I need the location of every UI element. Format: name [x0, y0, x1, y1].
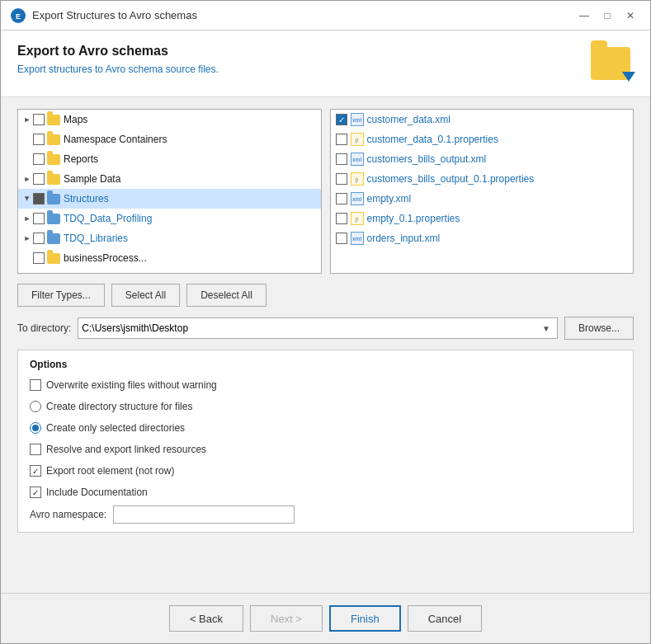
label-includedoc: Include Documentation: [46, 487, 148, 498]
folder-icon-businessprocess: [47, 253, 60, 264]
file-item-empty-xml[interactable]: xml empty.xml: [331, 189, 634, 209]
directory-dropdown-arrow[interactable]: ▼: [539, 324, 554, 333]
folder-large-icon: [591, 47, 630, 80]
finish-button[interactable]: Finish: [329, 605, 401, 632]
label-createdirstructure: Create directory structure for files: [46, 401, 192, 412]
file-label-customer-data-props: customer_data_0.1.properties: [367, 134, 498, 145]
title-bar: E Export Structures to Avro schemas — □ …: [1, 1, 650, 31]
checkbox-sampledata[interactable]: [33, 173, 45, 185]
checkbox-namespace[interactable]: [33, 134, 45, 145]
expand-arrow-tdqlibraries: ►: [21, 233, 33, 244]
tree-item-businessprocess[interactable]: businessProcess...: [18, 248, 321, 268]
file-checkbox-orders-xml[interactable]: [336, 233, 347, 244]
tree-item-tdqlibraries[interactable]: ► TDQ_Libraries: [18, 228, 321, 248]
file-checkbox-customers-bills-xml[interactable]: [336, 153, 347, 165]
file-icon-customer-data-props: p: [351, 133, 364, 146]
tree-item-structures[interactable]: ► Structures: [18, 189, 321, 209]
expand-arrow-maps: ►: [21, 114, 33, 125]
browse-button[interactable]: Browse...: [564, 317, 634, 340]
option-includedoc: Include Documentation: [30, 484, 621, 501]
checkbox-includedoc[interactable]: [30, 487, 41, 498]
deselect-all-button[interactable]: Deselect All: [186, 284, 267, 307]
file-checkbox-customer-data-props[interactable]: [336, 134, 347, 145]
expand-arrow-tdqprofiling: ►: [21, 213, 33, 224]
header-title: Export to Avro schemas: [17, 44, 219, 59]
checkbox-tdqlibraries[interactable]: [33, 233, 45, 244]
header-text: Export to Avro schemas Export structures…: [17, 44, 219, 75]
label-tdqprofiling: TDQ_Data_Profiling: [64, 213, 152, 224]
header-section: Export to Avro schemas Export structures…: [1, 31, 650, 97]
directory-input-wrap: ▼: [78, 317, 558, 339]
directory-row: To directory: ▼ Browse...: [17, 317, 634, 340]
checkbox-overwrite[interactable]: [30, 379, 41, 391]
left-tree-panel[interactable]: ► Maps Namespace Containers: [17, 109, 322, 274]
expand-arrow-sampledata: ►: [21, 173, 33, 185]
radio-createdirstructure[interactable]: [30, 401, 41, 412]
label-createselected: Create only selected directories: [46, 422, 185, 434]
file-icon-empty-props: p: [351, 212, 364, 225]
file-checkbox-empty-xml[interactable]: [336, 193, 347, 204]
radio-createselected[interactable]: [30, 422, 41, 434]
namespace-label: Avro namespace:: [30, 509, 106, 520]
app-icon: E: [11, 8, 26, 23]
namespace-input[interactable]: [113, 505, 295, 524]
label-tdqlibraries: TDQ_Libraries: [64, 233, 128, 244]
file-checkbox-customer-data-xml[interactable]: [336, 114, 347, 125]
title-text: Export Structures to Avro schemas: [32, 9, 197, 21]
folder-icon-tdqlibraries: [47, 233, 60, 244]
file-icon-customers-bills-xml: xml: [351, 153, 364, 166]
checkbox-tdqprofiling[interactable]: [33, 213, 45, 224]
tree-item-maps[interactable]: ► Maps: [18, 110, 321, 129]
option-resolvelinked: Resolve and export linked resources: [30, 441, 621, 458]
file-checkbox-empty-props[interactable]: [336, 213, 347, 224]
option-overwrite: Overwrite existing files without warning: [30, 377, 621, 393]
tree-item-reports[interactable]: Reports: [18, 149, 321, 169]
folder-arrow-icon: [622, 72, 635, 82]
file-icon-customer-data-xml: xml: [351, 113, 364, 126]
label-exportroot: Export root element (not row): [46, 465, 174, 477]
file-item-customers-bills-props[interactable]: p customers_bills_output_0.1.properties: [331, 169, 634, 189]
namespace-row: Avro namespace:: [30, 505, 621, 524]
checkbox-exportroot[interactable]: [30, 465, 41, 477]
folder-icon-tdqprofiling: [47, 214, 60, 224]
next-button[interactable]: Next >: [250, 605, 323, 632]
file-checkbox-customers-bills-props[interactable]: [336, 173, 347, 185]
checkbox-maps[interactable]: [33, 114, 45, 125]
file-label-customers-bills-xml: customers_bills_output.xml: [367, 153, 487, 165]
label-businessprocess: businessProcess...: [64, 252, 147, 264]
file-item-customer-data-props[interactable]: p customer_data_0.1.properties: [331, 129, 634, 149]
title-controls: — □ ✕: [574, 6, 640, 26]
checkbox-resolvelinked[interactable]: [30, 444, 41, 455]
option-exportroot: Export root element (not row): [30, 463, 621, 479]
header-subtitle: Export structures to Avro schema source …: [17, 63, 219, 75]
tree-item-sampledata[interactable]: ► Sample Data: [18, 169, 321, 189]
checkbox-reports[interactable]: [33, 153, 45, 165]
file-label-empty-xml: empty.xml: [367, 193, 412, 204]
close-button[interactable]: ✕: [620, 6, 640, 26]
tree-item-tdqprofiling[interactable]: ► TDQ_Data_Profiling: [18, 209, 321, 228]
checkbox-structures[interactable]: [33, 193, 45, 204]
filter-types-button[interactable]: Filter Types...: [17, 284, 105, 307]
options-title: Options: [30, 359, 621, 370]
maximize-button[interactable]: □: [597, 6, 617, 26]
main-content: ► Maps Namespace Containers: [1, 97, 650, 593]
header-icon: [591, 44, 634, 87]
folder-icon-structures: [47, 194, 60, 204]
file-label-empty-props: empty_0.1.properties: [367, 213, 460, 224]
file-item-customers-bills-xml[interactable]: xml customers_bills_output.xml: [331, 149, 634, 169]
back-button[interactable]: < Back: [169, 605, 243, 632]
folder-icon-namespace: [47, 134, 60, 145]
file-item-orders-xml[interactable]: xml orders_input.xml: [331, 228, 634, 248]
option-createdirstructure: Create directory structure for files: [30, 398, 621, 415]
tree-item-namespace[interactable]: Namespace Containers: [18, 129, 321, 149]
select-all-button[interactable]: Select All: [111, 284, 180, 307]
cancel-button[interactable]: Cancel: [408, 605, 482, 632]
checkbox-businessprocess[interactable]: [33, 252, 45, 264]
file-item-customer-data-xml[interactable]: xml customer_data.xml: [331, 110, 634, 129]
directory-input[interactable]: [82, 322, 539, 334]
file-label-orders-xml: orders_input.xml: [367, 233, 441, 244]
label-overwrite: Overwrite existing files without warning: [46, 379, 217, 391]
right-files-panel[interactable]: xml customer_data.xml p customer_data_0.…: [330, 109, 634, 274]
minimize-button[interactable]: —: [574, 6, 594, 26]
file-item-empty-props[interactable]: p empty_0.1.properties: [331, 209, 634, 228]
